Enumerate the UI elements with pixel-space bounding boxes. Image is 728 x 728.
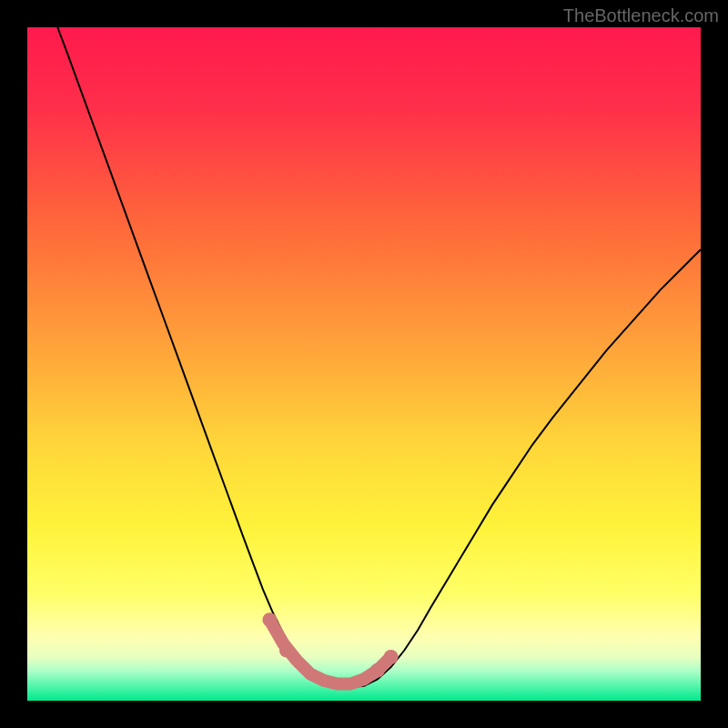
marker-point: [384, 650, 399, 664]
marker-point: [279, 643, 294, 658]
marker-point: [262, 612, 277, 627]
marker-point: [370, 663, 385, 678]
bottleneck-chart: [27, 27, 701, 701]
plot-background: [27, 27, 701, 701]
watermark-text: TheBottleneck.com: [563, 5, 719, 26]
chart-frame: { "watermark": "TheBottleneck.com", "plo…: [0, 0, 728, 728]
